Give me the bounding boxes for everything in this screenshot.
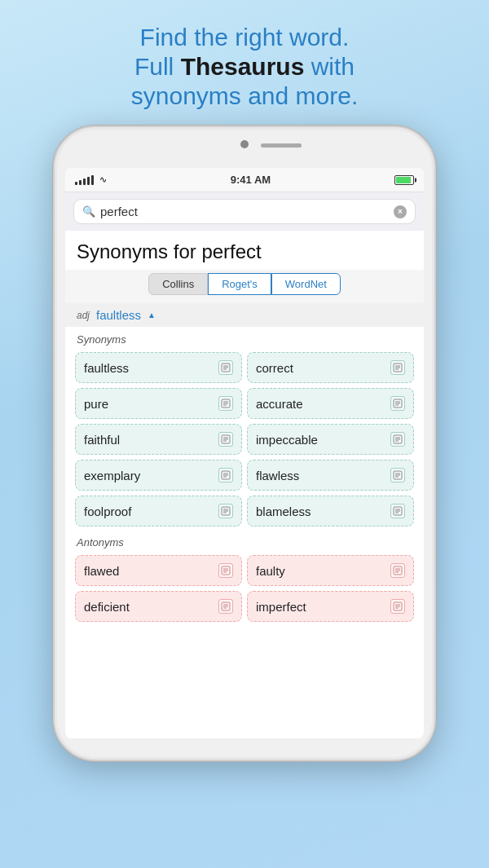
- front-camera: [240, 140, 249, 148]
- word-text: faultless: [84, 361, 129, 375]
- signal-bar-2: [79, 180, 82, 185]
- section-header: adj faultless ▲: [65, 303, 424, 327]
- antonyms-label: Antonyms: [65, 530, 424, 552]
- search-clear-button[interactable]: ×: [394, 205, 407, 218]
- word-text: blameless: [256, 504, 311, 518]
- header-line2-bold: Thesaurus: [181, 53, 305, 80]
- word-text: accurate: [256, 397, 303, 411]
- tab-rogets[interactable]: Roget's: [208, 273, 271, 295]
- definition-icon[interactable]: [390, 504, 405, 518]
- status-left: ∿: [75, 174, 107, 185]
- word-text: pure: [84, 397, 108, 411]
- definition-icon[interactable]: [390, 432, 405, 447]
- word-text: correct: [256, 361, 293, 375]
- header-line2-plain: Full: [134, 53, 181, 80]
- signal-bar-1: [75, 182, 77, 185]
- tab-row: Collins Roget's WordNet: [65, 270, 424, 303]
- list-item[interactable]: blameless: [247, 496, 414, 527]
- definition-icon[interactable]: [390, 468, 405, 482]
- section-word: faultless: [96, 308, 141, 322]
- signal-bar-3: [83, 178, 86, 185]
- phone-speaker: [261, 143, 302, 148]
- list-item[interactable]: faithful: [75, 424, 242, 455]
- header-line1: Find the right word.: [131, 23, 358, 52]
- word-text: flawless: [256, 469, 299, 482]
- definition-icon[interactable]: [218, 599, 233, 614]
- definition-icon[interactable]: [218, 468, 233, 482]
- wifi-icon: ∿: [99, 174, 107, 185]
- collapse-arrow-icon[interactable]: ▲: [148, 311, 156, 319]
- tab-wordnet[interactable]: WordNet: [271, 273, 341, 295]
- part-of-speech: adj: [77, 310, 90, 321]
- signal-bar-4: [87, 177, 90, 185]
- signal-bar-5: [91, 175, 94, 185]
- definition-icon[interactable]: [218, 563, 233, 578]
- word-text: flawed: [84, 564, 119, 578]
- main-content: Synonyms for perfect Collins Roget's Wor…: [65, 231, 424, 738]
- antonyms-grid: flawed faulty deficient: [65, 552, 424, 625]
- synonyms-grid: faultless correct pure: [65, 349, 424, 530]
- synonyms-label: Synonyms: [65, 327, 424, 349]
- status-time: 9:41 AM: [231, 174, 271, 186]
- list-item[interactable]: deficient: [75, 591, 242, 622]
- list-item[interactable]: impeccable: [247, 424, 414, 455]
- battery-icon: [394, 175, 414, 185]
- word-text: faulty: [256, 564, 285, 578]
- header-line3: synonyms and more.: [131, 82, 358, 111]
- list-item[interactable]: flawed: [75, 555, 242, 586]
- battery-fill: [396, 177, 411, 183]
- signal-bars: [75, 175, 94, 185]
- definition-icon[interactable]: [218, 360, 233, 375]
- list-item[interactable]: pure: [75, 388, 242, 419]
- header-line2-rest: with: [304, 53, 355, 80]
- search-icon: 🔍: [82, 205, 95, 218]
- definition-icon[interactable]: [390, 599, 405, 614]
- status-right: [394, 175, 414, 185]
- search-input-wrap[interactable]: 🔍 perfect ×: [73, 199, 416, 224]
- list-item[interactable]: faulty: [247, 555, 414, 586]
- word-text: imperfect: [256, 600, 306, 614]
- status-bar: ∿ 9:41 AM: [65, 168, 424, 192]
- list-item[interactable]: exemplary: [75, 460, 242, 491]
- search-bar[interactable]: 🔍 perfect ×: [65, 192, 424, 231]
- definition-icon[interactable]: [218, 432, 233, 447]
- header-line2: Full Thesaurus with: [131, 52, 358, 82]
- list-item[interactable]: foolproof: [75, 496, 242, 527]
- word-text: deficient: [84, 600, 130, 614]
- list-item[interactable]: faultless: [75, 352, 242, 383]
- synonyms-title: Synonyms for perfect: [65, 231, 424, 270]
- list-item[interactable]: accurate: [247, 388, 414, 419]
- phone-top-bar: [55, 127, 434, 168]
- search-value[interactable]: perfect: [100, 205, 389, 218]
- word-text: foolproof: [84, 504, 131, 518]
- definition-icon[interactable]: [218, 504, 233, 518]
- definition-icon[interactable]: [390, 360, 405, 375]
- word-text: faithful: [84, 433, 120, 447]
- tab-collins[interactable]: Collins: [148, 273, 208, 295]
- word-text: exemplary: [84, 469, 140, 482]
- app-header: Find the right word. Full Thesaurus with…: [107, 0, 382, 126]
- definition-icon[interactable]: [390, 563, 405, 578]
- list-item[interactable]: flawless: [247, 460, 414, 491]
- word-text: impeccable: [256, 433, 318, 447]
- phone-shell: ∿ 9:41 AM 🔍 perfect × Synonyms for perfe…: [53, 126, 436, 761]
- list-item[interactable]: imperfect: [247, 591, 414, 622]
- phone-screen: ∿ 9:41 AM 🔍 perfect × Synonyms for perfe…: [65, 168, 424, 738]
- definition-icon[interactable]: [218, 396, 233, 411]
- definition-icon[interactable]: [390, 396, 405, 411]
- list-item[interactable]: correct: [247, 352, 414, 383]
